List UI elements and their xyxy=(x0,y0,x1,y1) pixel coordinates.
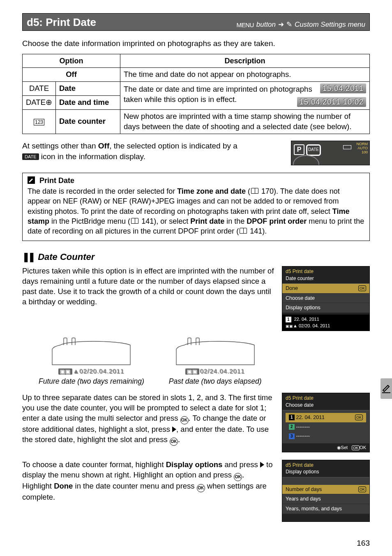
breadcrumb-text: Custom Settings menu xyxy=(295,20,365,30)
opt-date-label: Date xyxy=(55,82,120,96)
opt-off-desc: The time and date do not appear on photo… xyxy=(120,68,369,82)
page-ref-icon xyxy=(131,218,138,224)
screen2-slot2[interactable]: 2 -------- xyxy=(286,422,366,432)
screen3-item-years-days[interactable]: Years and days xyxy=(282,494,369,504)
options-table: Option Description Off The time and date… xyxy=(22,54,370,134)
screen1-item-choose[interactable]: Choose date xyxy=(282,294,369,303)
ok-button-icon: OK xyxy=(234,473,242,481)
note-print-date: Print Date The date is recorded in the o… xyxy=(22,173,370,241)
screen3-item-num-days[interactable]: Number of daysOK xyxy=(282,485,369,495)
ok-button-icon: OK xyxy=(180,416,189,424)
note-body: The date is recorded in the order select… xyxy=(28,186,364,236)
ok-badge-icon: OK xyxy=(358,486,366,492)
ok-button-icon: OK xyxy=(197,484,205,492)
side-tab-custom-settings xyxy=(380,378,392,399)
ok-badge-icon: OK xyxy=(358,285,366,291)
header-title: d5: Print Date xyxy=(27,15,96,30)
photo-examples: ▣▣▲02/20.04.2011 Future date (two days r… xyxy=(39,337,370,386)
info-display-thumbnail: P DATE NORM AUTO 100 xyxy=(291,141,370,165)
button-text: button xyxy=(256,20,276,30)
header-breadcrumb: MENU button ➜ ✎ Custom Settings menu xyxy=(237,20,365,30)
row-off: Off The time and date do not appear on p… xyxy=(23,68,370,82)
pencil-icon: ✎ xyxy=(286,20,292,30)
page-ref-icon xyxy=(251,188,258,194)
screen2-slot3[interactable]: 3 -------- xyxy=(286,431,366,441)
menu-label: MENU xyxy=(237,21,254,29)
row-counter: 123 Date counter New photos are imprinte… xyxy=(23,109,370,134)
screen2-slot1[interactable]: 1 22. 04. 2011 OK xyxy=(286,413,366,422)
screen1-label: d5 Print date xyxy=(286,268,366,275)
pencil-box-icon xyxy=(28,176,35,184)
opt-counter-desc: New photos are imprinted with a time sta… xyxy=(120,109,369,134)
par-display-options: To choose a date counter format, highlig… xyxy=(22,460,274,503)
lcd-right-stack: NORM AUTO 100 xyxy=(357,142,368,154)
opt-date-desc-cell: 15.04.2011 The date or date and time are… xyxy=(120,82,369,110)
par-slots: Up to three separate dates can be stored… xyxy=(22,393,274,446)
screen2-label: d5 Print date xyxy=(286,395,366,401)
screen2-sub: Choose date xyxy=(286,402,366,408)
battery-icon xyxy=(343,145,351,149)
screen-date-counter: d5 Print date Date counter DoneOK Choose… xyxy=(282,266,370,331)
screen1-sub: Date counter xyxy=(286,275,366,282)
screen-choose-date: d5 Print date Choose date 1 22. 04. 2011… xyxy=(282,393,370,452)
opt-counter-label: Date counter xyxy=(55,109,120,134)
badge-datetime: 15.04.2011 10:02 xyxy=(297,97,366,107)
right-arrow-icon xyxy=(260,462,264,468)
opt-datetime-label: Date and time xyxy=(55,95,120,109)
screen1-item-done[interactable]: DoneOK xyxy=(282,284,369,294)
screen3-item-ymd[interactable]: Years, months, and days xyxy=(282,504,369,514)
opt-date-desc: The date or date and time are imprinted … xyxy=(124,85,312,104)
bars-icon: ❚❚ xyxy=(22,252,34,262)
section-date-counter-title: ❚❚ Date Counter xyxy=(22,251,370,263)
photo-past-stamp: ▣▣02/24.04.2011 xyxy=(185,367,245,375)
photo-past: ▣▣02/24.04.2011 Past date (two days elap… xyxy=(169,337,262,386)
screen1-bottom: 1 22. 04. 2011 ▣▣▲ 02/20. 04. 2011 xyxy=(282,313,369,331)
photo-future: ▣▣▲02/20.04.2011 Future date (two days r… xyxy=(39,337,144,386)
screen3-label: d5 Print date xyxy=(286,462,366,468)
page-number: 163 xyxy=(357,538,370,549)
opt-off-label: Off xyxy=(23,68,120,82)
date-chip-icon: DATE xyxy=(22,153,39,160)
opt-date-icon: DATE xyxy=(23,82,56,96)
page-ref-icon xyxy=(240,228,247,234)
dial-arc xyxy=(293,155,319,165)
intro-text: Choose the date information imprinted on… xyxy=(22,38,370,49)
page-header: d5: Print Date MENU button ➜ ✎ Custom Se… xyxy=(22,13,370,31)
screen1-item-display[interactable]: Display options xyxy=(282,303,369,313)
col-option: Option xyxy=(23,54,120,67)
pencil-tab-icon xyxy=(382,384,390,393)
ok-badge-icon: OK xyxy=(355,415,363,420)
screen2-footer: ◉Set OKOK xyxy=(282,443,369,452)
post-table-text: At settings other than Off, the selected… xyxy=(22,141,285,162)
screen3-sub: Display options xyxy=(286,468,366,475)
photo-past-caption: Past date (two days elapsed) xyxy=(169,377,262,387)
right-arrow-icon xyxy=(172,426,176,432)
photo-future-stamp: ▣▣▲02/20.04.2011 xyxy=(58,367,125,375)
arrow-icon: ➜ xyxy=(278,20,284,30)
row-date: DATE Date 15.04.2011 The date or date an… xyxy=(23,82,370,96)
date-indicator-icon: DATE xyxy=(306,144,321,156)
mode-p-icon: P xyxy=(294,144,304,155)
opt-datetime-icon: DATE⊕ xyxy=(23,95,56,109)
photo-future-caption: Future date (two days remaining) xyxy=(39,377,144,387)
screen-display-options: d5 Print date Display options Number of … xyxy=(282,460,370,522)
opt-counter-icon: 123 xyxy=(23,109,56,134)
badge-date: 15.04.2011 xyxy=(320,83,366,93)
col-description: Description xyxy=(120,54,369,67)
ok-button-icon: OK xyxy=(170,438,178,446)
note-title: Print Date xyxy=(28,176,364,185)
date-counter-paragraph: Pictures taken while this option is in e… xyxy=(22,266,274,307)
